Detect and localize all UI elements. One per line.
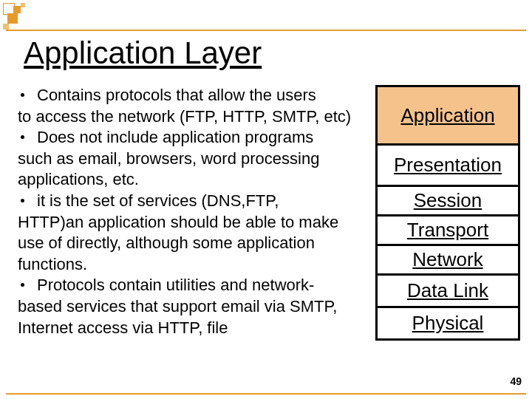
bullet-lead: Protocols contain utilities and network- <box>37 276 314 294</box>
layer-physical: Physical <box>378 306 518 338</box>
bullet-rest: HTTP)an application should be able to ma… <box>18 212 365 276</box>
bullet-icon <box>21 135 24 139</box>
layer-datalink: Data Link <box>378 273 518 306</box>
layer-presentation: Presentation <box>378 143 518 185</box>
layers-stack: Application Presentation Session Transpo… <box>375 85 520 341</box>
slide-title: Application Layer <box>24 35 262 71</box>
bullet-rest: based services that support email via SM… <box>18 296 365 338</box>
layer-application: Application <box>378 87 518 143</box>
layer-session: Session <box>378 185 518 214</box>
top-divider <box>6 30 526 31</box>
layer-network: Network <box>378 244 518 273</box>
bullet-rest: such as email, browsers, word processing… <box>18 149 365 191</box>
page-number: 49 <box>510 375 522 387</box>
bullet-icon <box>21 199 24 202</box>
body-text: Contains protocols that allow the users … <box>18 85 365 338</box>
bullet-icon <box>21 93 24 97</box>
layer-transport: Transport <box>378 214 518 244</box>
bullet-lead: Does not include application programs <box>37 128 313 146</box>
bullet-lead: it is the set of services (DNS,FTP, <box>37 191 279 210</box>
bullet-icon <box>21 283 24 287</box>
bullet-rest: to access the network (FTP, HTTP, SMTP, … <box>18 106 365 128</box>
bullet-lead: Contains protocols that allow the users <box>37 86 316 104</box>
bottom-divider <box>6 393 526 395</box>
logo-icon <box>3 3 31 31</box>
